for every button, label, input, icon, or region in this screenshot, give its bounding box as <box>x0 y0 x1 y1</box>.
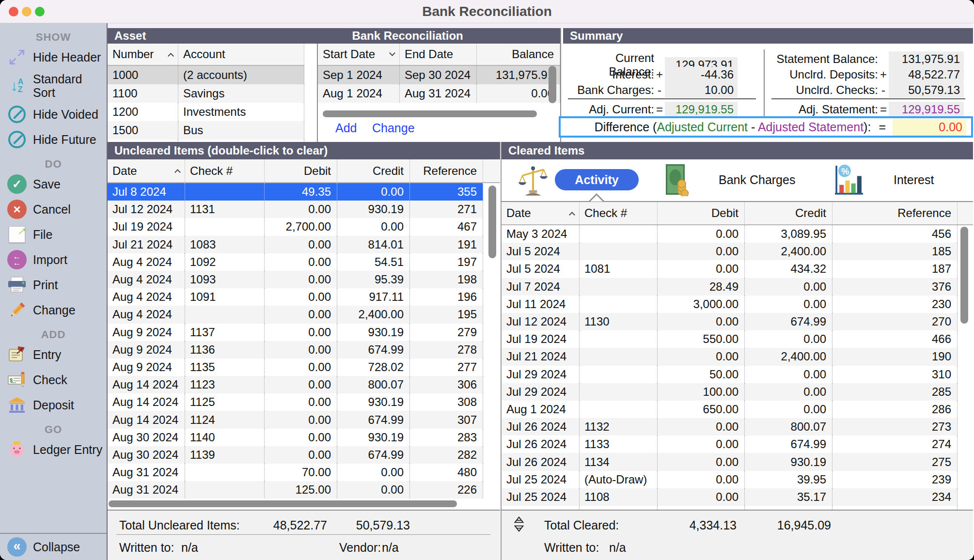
sidebar-item-standard-sort[interactable]: ↓AZ Standard Sort <box>0 70 107 102</box>
table-row[interactable]: Jul 29 2024100.000.00285 <box>502 383 958 401</box>
asset-column-account[interactable]: Account <box>178 44 304 65</box>
cleared-column-debit[interactable]: Debit <box>658 202 745 224</box>
table-row[interactable]: Aug 14 202411230.00800.07306 <box>108 376 483 393</box>
table-row[interactable]: Jul 12 202411310.00930.19271 <box>108 201 483 218</box>
table-row[interactable]: 1200Investments <box>108 103 304 121</box>
table-row[interactable]: Aug 30 202411400.00930.19283 <box>108 429 483 446</box>
table-row[interactable]: Aug 9 202411360.00674.99278 <box>108 341 483 358</box>
asset-column-number[interactable]: Number <box>108 44 178 65</box>
recon-column-start-date[interactable]: Start Date <box>318 44 400 65</box>
table-row[interactable]: Aug 1 2024650.000.00286 <box>502 401 958 418</box>
table-row[interactable]: Aug 14 202411240.00674.99307 <box>108 411 483 428</box>
table-row[interactable]: Aug 4 202410920.0054.51197 <box>108 253 483 271</box>
table-row[interactable]: Aug 14 202411250.00930.19308 <box>108 393 483 411</box>
cleared-column-date[interactable]: Date <box>502 202 580 224</box>
sidebar-item-entry[interactable]: Entry <box>0 342 107 367</box>
uncleared-horizontal-scrollbar[interactable] <box>109 500 457 507</box>
table-row[interactable]: Jul 26 202411320.00800.07273 <box>502 418 958 436</box>
table-row[interactable]: Jul 5 202410810.00434.32187 <box>502 260 958 278</box>
sidebar-item-cancel[interactable]: × Cancel <box>0 197 107 222</box>
table-row[interactable]: Jul 29 202450.000.00310 <box>502 366 958 383</box>
table-row[interactable]: Jul 12 202411300.00674.99270 <box>502 313 958 330</box>
table-cell: 0.00 <box>337 218 410 235</box>
table-row[interactable]: Aug 1 2024Aug 31 20240.00 <box>318 84 560 103</box>
table-row[interactable]: Jul 25 2024(Auto-Draw)0.0039.95239 <box>502 471 958 488</box>
table-row[interactable]: May 3 20240.003,089.95456 <box>502 225 958 243</box>
table-row[interactable]: Jul 5 20240.002,400.00185 <box>502 243 958 260</box>
cleared-column-credit[interactable]: Credit <box>745 202 833 224</box>
asset-panel-title: Asset <box>108 29 146 43</box>
table-cell: 650.00 <box>658 401 745 418</box>
table-row[interactable]: Aug 31 202470.000.00480 <box>108 464 483 481</box>
table-cell: 1092 <box>185 253 265 271</box>
table-cell: Jul 21 2024 <box>502 348 580 365</box>
table-row[interactable]: Aug 9 202411370.00930.19279 <box>108 324 483 341</box>
sidebar-item-hide-voided[interactable]: Hide Voided <box>0 102 107 127</box>
change-period-link[interactable]: Change <box>372 121 415 135</box>
table-row[interactable]: Aug 9 202411350.00728.02277 <box>108 358 483 376</box>
recon-column-end-date[interactable]: End Date <box>400 44 477 65</box>
sidebar-item-hide-future[interactable]: Hide Future <box>0 127 107 152</box>
table-row[interactable]: 1100Savings <box>108 84 304 103</box>
table-row[interactable]: Jul 26 202411340.00930.19275 <box>502 453 958 470</box>
table-cell: 1140 <box>185 429 265 446</box>
table-cell: Aug 4 2024 <box>108 288 185 306</box>
dates-horizontal-scrollbar[interactable] <box>323 110 537 117</box>
cleared-panel-title: Cleared Items <box>502 144 584 157</box>
table-cell: 0.00 <box>265 376 337 393</box>
dates-vertical-scrollbar[interactable] <box>549 66 556 103</box>
sidebar-item-check[interactable]: $ Check <box>0 367 107 392</box>
table-cell: Jul 29 2024 <box>502 366 580 383</box>
sidebar-item-deposit[interactable]: Deposit <box>0 392 107 418</box>
table-cell: 230 <box>833 296 958 313</box>
table-row[interactable]: Jul 21 202410830.00814.01191 <box>108 236 483 253</box>
tab-activity[interactable]: Activity <box>555 169 639 190</box>
table-row[interactable]: Sep 1 2024Sep 30 2024131,975.91 <box>318 66 560 84</box>
interest-chart-icon: % <box>833 164 864 197</box>
table-row[interactable]: Aug 4 202410910.00917.11196 <box>108 288 483 306</box>
tab-bank-charges[interactable]: Bank Charges <box>719 173 795 187</box>
table-row[interactable]: Aug 4 202410930.0095.39198 <box>108 271 483 288</box>
table-row[interactable]: Jul 21 20240.002,400.00190 <box>502 348 958 365</box>
table-row[interactable]: 1000(2 accounts) <box>108 66 304 84</box>
sidebar-item-change[interactable]: Change <box>0 297 107 323</box>
table-row[interactable]: Jul 7 202428.490.00376 <box>502 278 958 296</box>
sidebar-item-hide-header[interactable]: Hide Header <box>0 45 107 70</box>
sidebar-item-print[interactable]: Print <box>0 272 107 297</box>
sidebar-item-save[interactable]: ✓ Save <box>0 171 107 197</box>
sidebar-item-import[interactable]: ←← Import <box>0 247 107 272</box>
collapse-button[interactable]: « Collapse <box>0 533 107 560</box>
unclrd-deposits-value: 48,522.77 <box>889 67 964 82</box>
table-row[interactable]: Aug 4 20240.002,400.00195 <box>108 306 483 323</box>
table-row[interactable]: Jul 19 2024550.000.00466 <box>502 330 958 348</box>
sidebar-item-ledger-entry[interactable]: Ledger Entry <box>0 437 107 462</box>
table-row[interactable]: 1500Bus <box>108 121 304 140</box>
summary-bank-charges-row: Bank Charges: - 10.00 <box>567 82 738 98</box>
cleared-vertical-scrollbar[interactable] <box>960 227 968 324</box>
uncleared-rows: Jul 8 202449.350.00355Jul 12 202411310.0… <box>108 183 500 498</box>
uncleared-column-check[interactable]: Check # <box>185 159 265 182</box>
uncleared-column-credit[interactable]: Credit <box>337 159 410 182</box>
table-cell: Jul 11 2024 <box>502 296 580 313</box>
table-cell: Sep 30 2024 <box>400 66 477 84</box>
tab-interest[interactable]: Interest <box>894 173 934 187</box>
sidebar-item-file[interactable]: → File <box>0 222 107 247</box>
uncleared-column-debit[interactable]: Debit <box>265 159 337 182</box>
hide-header-icon <box>6 48 28 66</box>
recon-column-balance[interactable]: Balance <box>477 44 560 65</box>
table-row[interactable]: Aug 31 2024125.000.00226 <box>108 481 483 498</box>
table-row[interactable]: Jul 19 20242,700.000.00467 <box>108 218 483 235</box>
table-row[interactable]: Jul 26 202411330.00674.99274 <box>502 436 958 453</box>
table-row[interactable]: Jul 11 20243,000.000.00230 <box>502 296 958 313</box>
table-row[interactable]: Aug 30 202411390.00674.99282 <box>108 446 483 464</box>
table-row[interactable]: Jul 25 202411090.0076.89235 <box>502 506 958 510</box>
table-row[interactable]: Jul 25 202411080.0035.17234 <box>502 488 958 506</box>
table-row[interactable]: Jul 8 202449.350.00355 <box>108 183 483 201</box>
add-period-link[interactable]: Add <box>335 121 357 135</box>
uncleared-column-reference[interactable]: Reference <box>410 159 483 182</box>
uncleared-column-date[interactable]: Date <box>108 159 185 182</box>
cleared-column-reference[interactable]: Reference <box>833 202 958 224</box>
cleared-column-check[interactable]: Check # <box>580 202 658 224</box>
uncleared-vertical-scrollbar[interactable] <box>488 186 496 258</box>
cleared-written-to-label: Written to: <box>544 541 599 555</box>
